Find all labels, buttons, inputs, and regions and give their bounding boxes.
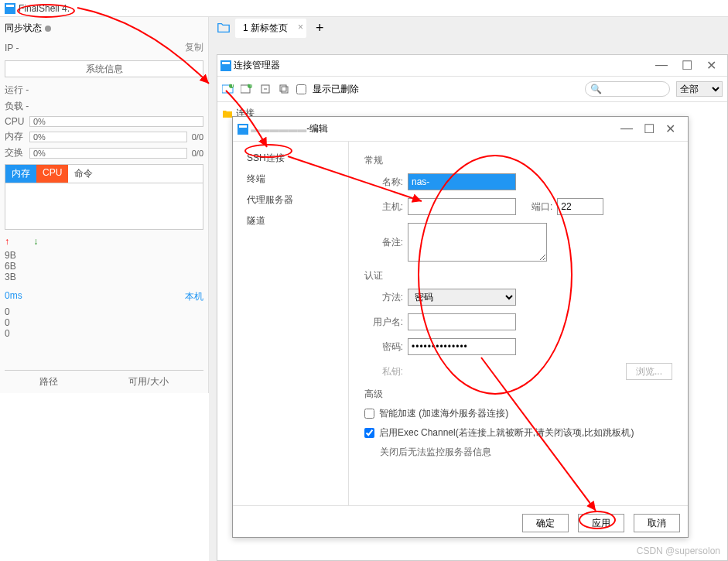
nav-ssh[interactable]: SSH连接 xyxy=(233,148,348,169)
cancel-button[interactable]: 取消 xyxy=(634,514,680,532)
watermark: CSDN @supersolon xyxy=(637,546,720,556)
nav-terminal[interactable]: 终端 xyxy=(233,169,348,190)
search-input[interactable] xyxy=(585,81,670,97)
nav-proxy[interactable]: 代理服务器 xyxy=(233,190,348,210)
local-label: 本机 xyxy=(185,290,203,303)
minimize-icon[interactable]: — xyxy=(655,58,668,73)
tabs-row: 1 新标签页 × + xyxy=(209,17,728,39)
tab-new[interactable]: 1 新标签页 × xyxy=(235,19,306,38)
method-select[interactable]: 密码 xyxy=(408,289,516,306)
exec-channel-label: 启用Exec Channel(若连接上就被断开,请关闭该项,比如跳板机) xyxy=(379,426,634,440)
smart-accel-checkbox[interactable] xyxy=(364,409,374,419)
close-icon[interactable]: ✕ xyxy=(706,58,716,73)
swap-bar: 0% xyxy=(29,148,187,159)
user-input[interactable] xyxy=(408,313,516,330)
run-label: 运行 - xyxy=(5,84,29,97)
dialog-buttons: 确定 应用 取消 xyxy=(233,505,688,540)
swap-label: 交换 xyxy=(5,146,29,159)
svg-text:+: + xyxy=(230,84,234,90)
svg-rect-12 xyxy=(280,85,286,91)
minimize-icon[interactable]: — xyxy=(620,121,633,136)
show-deleted-checkbox[interactable] xyxy=(296,84,306,94)
cpu-label: CPU xyxy=(5,116,29,127)
show-deleted-label: 显示已删除 xyxy=(313,83,359,96)
new-conn-icon[interactable]: + xyxy=(241,83,253,95)
mem-label: 内存 xyxy=(5,130,29,143)
password-input[interactable] xyxy=(408,338,516,355)
section-general: 常规 xyxy=(364,154,672,167)
tab-cmd[interactable]: 命令 xyxy=(68,165,99,183)
net-arrows: ↑ ↓ xyxy=(5,234,203,247)
svg-text:+: + xyxy=(248,84,253,90)
svg-rect-15 xyxy=(239,125,247,128)
smart-accel-label: 智能加速 (加速海外服务器连接) xyxy=(379,407,508,420)
add-tab-button[interactable]: + xyxy=(311,20,329,36)
status-dot xyxy=(45,26,51,32)
cpu-bar: 0% xyxy=(29,116,203,127)
svg-rect-13 xyxy=(282,87,288,93)
mem-bar: 0% xyxy=(29,132,187,142)
proc-chart xyxy=(5,183,203,230)
delete-icon[interactable] xyxy=(259,83,272,95)
ok-button[interactable]: 确定 xyxy=(522,514,569,532)
section-auth: 认证 xyxy=(364,269,672,282)
latency: 0ms xyxy=(5,290,22,303)
dialog-title: -编辑 xyxy=(306,122,328,135)
ip-label: IP - xyxy=(5,43,19,53)
port-input[interactable] xyxy=(557,198,603,215)
proc-tabs: 内存 CPU 命令 xyxy=(5,164,203,183)
name-input[interactable] xyxy=(408,173,516,190)
new-folder-icon[interactable]: + xyxy=(222,83,234,95)
exec-note: 关闭后无法监控服务器信息 xyxy=(380,446,672,459)
load-label: 负载 - xyxy=(5,100,29,113)
tab-cpu[interactable]: CPU xyxy=(36,165,68,183)
close-icon[interactable]: × xyxy=(298,22,303,32)
connmgr-toolbar: + + 显示已删除 全部 xyxy=(217,77,727,102)
browse-button[interactable]: 浏览... xyxy=(626,363,672,380)
maximize-icon[interactable]: ☐ xyxy=(682,58,692,73)
apply-button[interactable]: 应用 xyxy=(578,514,624,532)
filter-select[interactable]: 全部 xyxy=(676,81,723,97)
edit-dialog: ▬▬▬▬▬▬-编辑 — ☐ ✕ SSH连接 终端 代理服务器 隧道 常规 名称:… xyxy=(232,116,689,538)
close-icon[interactable]: ✕ xyxy=(665,121,675,136)
maximize-icon[interactable]: ☐ xyxy=(644,121,655,136)
disk-header: 路径可用/大小 xyxy=(5,370,203,388)
bytes-list: 9B6B3B xyxy=(5,250,203,282)
svg-rect-3 xyxy=(222,62,230,64)
section-advanced: 高级 xyxy=(364,388,672,401)
dialog-icon xyxy=(238,124,248,135)
remark-input[interactable] xyxy=(408,223,547,262)
exec-channel-checkbox[interactable] xyxy=(364,428,374,438)
edit-nav: SSH连接 终端 代理服务器 隧道 xyxy=(233,142,349,505)
copy-button[interactable]: 复制 xyxy=(185,41,203,54)
copy-icon[interactable] xyxy=(278,83,290,95)
svg-rect-1 xyxy=(6,5,14,7)
nav-tunnel[interactable]: 隧道 xyxy=(233,210,348,231)
app-title: FinalShell 4. xyxy=(19,3,70,14)
sysinfo-button[interactable]: 系统信息 xyxy=(5,60,203,77)
edit-form: 常规 名称: 主机: 端口: 备注: 认证 方法: 密码 用户名: xyxy=(349,142,688,505)
host-input[interactable] xyxy=(408,198,516,215)
folder-open-icon[interactable] xyxy=(217,21,231,35)
titlebar: FinalShell 4. xyxy=(0,0,728,17)
connmgr-icon xyxy=(220,60,231,71)
app-icon xyxy=(5,3,15,14)
left-panel: 同步状态 IP - 复制 系统信息 运行 - 负载 - CPU0% 内存0%0/… xyxy=(0,17,209,393)
sync-status: 同步状态 xyxy=(5,22,203,35)
connmgr-title: 连接管理器 xyxy=(234,59,280,72)
tab-mem[interactable]: 内存 xyxy=(5,165,36,183)
